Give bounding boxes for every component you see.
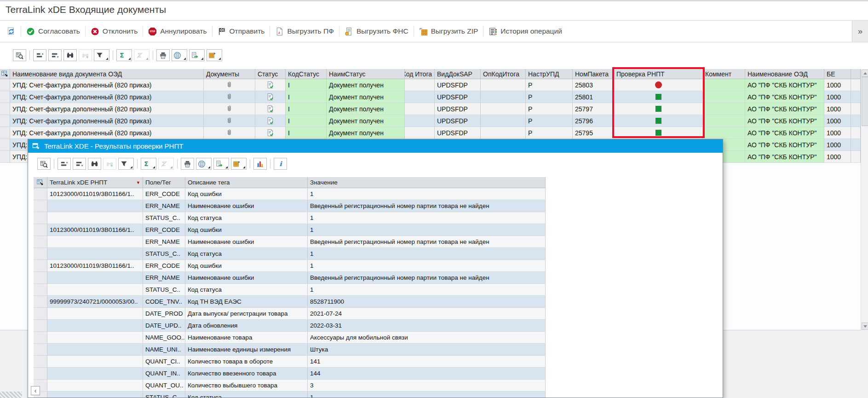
- popup-table-row[interactable]: NAME_GOO..Наименование товараАксессуары …: [34, 332, 546, 344]
- popup-table-row[interactable]: ERR_NAMEНаименование ошибкиВведенный рег…: [34, 236, 546, 248]
- details-button[interactable]: [13, 49, 26, 61]
- cell-status[interactable]: [255, 103, 286, 115]
- history-button-label: История операций: [500, 27, 562, 35]
- column-header-nastr[interactable]: НастрУПД: [526, 69, 573, 79]
- subtotal-button[interactable]: Σ: [134, 49, 149, 61]
- toolbar-overflow-button[interactable]: »: [852, 21, 868, 42]
- sort-desc-button[interactable]: [73, 158, 86, 170]
- column-header-comment[interactable]: Коммент: [703, 69, 745, 79]
- popup-table-row[interactable]: STATUS_C..Код статуса1: [34, 284, 546, 296]
- scroll-down-button[interactable]: [862, 323, 868, 330]
- popup-table-row[interactable]: 10123000/011019/3В01166/1..ERR_CODEКод о…: [34, 224, 546, 236]
- cell-dtype: UPDSFDP: [435, 79, 481, 91]
- column-header-org[interactable]: Наименование ОЭД: [745, 69, 824, 79]
- popup-table-row[interactable]: DATE_PRODДата выпуска/ регистрации товар…: [34, 308, 546, 320]
- sum-button[interactable]: Σ: [141, 158, 156, 170]
- popup-table-row[interactable]: NAME_UNI..Наименование единицы измерения…: [34, 344, 546, 356]
- column-header-be[interactable]: БЕ: [824, 69, 851, 79]
- refresh-button[interactable]: [3, 25, 20, 38]
- vertical-scrollbar[interactable]: [861, 69, 868, 330]
- layout-button[interactable]: [207, 49, 222, 61]
- popup-table-row[interactable]: DATE_UPD..Дата обновления2022-03-31: [34, 320, 546, 332]
- sum-button[interactable]: Σ: [116, 49, 132, 61]
- cell-docs[interactable]: [204, 115, 255, 127]
- popup-table-row[interactable]: 10123000/011019/3В01166/1..ERR_CODEКод о…: [34, 188, 546, 200]
- filter-button[interactable]: [94, 49, 109, 61]
- column-header-docs[interactable]: Документы: [204, 69, 255, 79]
- popup-column-header-value[interactable]: Значение: [308, 177, 546, 188]
- column-header-sname[interactable]: НаимСтатус: [327, 69, 405, 79]
- column-header-code[interactable]: КодСтатус: [286, 69, 327, 79]
- sort-asc-button[interactable]: [57, 158, 71, 170]
- info-button[interactable]: i: [274, 158, 287, 170]
- popup-table-row[interactable]: ERR_NAMEНаименование ошибкиВведенный рег…: [34, 200, 546, 212]
- popup-table-row[interactable]: 10123000/011019/3В01166/1..ERR_CODEКод о…: [34, 260, 546, 272]
- column-header-result[interactable]: Код Итога: [405, 69, 435, 79]
- column-header-name[interactable]: Наименование вида документа ОЭД: [10, 69, 204, 79]
- dialog-title-bar[interactable]: TerraLink XDE - Результаты проверки РНПТ: [28, 139, 723, 153]
- scrollbar-thumb[interactable]: [862, 77, 868, 126]
- table-row[interactable]: УПД: Счет-фактура дополненный (820 прика…: [0, 103, 861, 115]
- popup-table-row[interactable]: QUANT_CI..Количество товара в обороте141: [34, 356, 546, 368]
- find-next-button[interactable]: [103, 158, 116, 170]
- layout-button[interactable]: [231, 158, 247, 170]
- table-row[interactable]: УПД: Счет-фактура дополненный (820 прика…: [0, 91, 861, 103]
- chart-button[interactable]: [253, 158, 267, 170]
- export-button[interactable]: [213, 158, 229, 170]
- chart-icon: [256, 160, 264, 168]
- print-preview-button[interactable]: [196, 158, 212, 170]
- table-row[interactable]: УПД: Счет-фактура дополненный (820 прика…: [0, 115, 861, 127]
- print-button[interactable]: [181, 158, 194, 170]
- details-button[interactable]: [37, 158, 51, 170]
- export-pf-button[interactable]: Выгрузить ПФ: [271, 25, 338, 38]
- subtotal-button[interactable]: Σ: [158, 158, 174, 170]
- popup-table-row[interactable]: STATUS_C..Код статуса1: [34, 248, 546, 260]
- popup-column-header-key[interactable]: TerraLink xDE РНПТ▼: [47, 177, 143, 188]
- sort-desc-button[interactable]: [48, 49, 62, 61]
- popup-hscroll-left-button[interactable]: ‹: [31, 386, 40, 395]
- popup-table-row[interactable]: QUANT_OU..Количество выбывшего товара3: [34, 380, 546, 392]
- column-header-opcode[interactable]: ОпКодИтога: [481, 69, 526, 79]
- print-preview-icon: [173, 52, 181, 59]
- send-button[interactable]: Отправить: [213, 25, 269, 38]
- print-button[interactable]: [156, 49, 170, 61]
- table-row[interactable]: УПД: Счет-фактура дополненный (820 прика…: [0, 127, 861, 139]
- cell-status[interactable]: [255, 115, 286, 127]
- cell-docs[interactable]: [204, 103, 255, 115]
- scroll-up-button[interactable]: [862, 69, 868, 77]
- popup-table-row[interactable]: 99999973/240721/0000053/00..CODE_TNV..Ко…: [34, 296, 546, 308]
- popup-column-header-desc[interactable]: Описание тега: [185, 177, 308, 188]
- filter-button[interactable]: [118, 158, 134, 170]
- cell-docs[interactable]: [204, 79, 255, 91]
- table-row[interactable]: УПД: Счет-фактура дополненный (820 прика…: [0, 79, 861, 91]
- annul-button[interactable]: STOPАннулировать: [144, 25, 211, 38]
- cell-docs[interactable]: [204, 91, 255, 103]
- popup-table-row[interactable]: QUANT_IN..Количество ввезенного товара14…: [34, 368, 546, 380]
- popup-table-row[interactable]: ERR_NAMEНаименование ошибкиВведенный рег…: [34, 272, 546, 284]
- print-preview-button[interactable]: [172, 49, 187, 61]
- find-button[interactable]: [63, 49, 77, 61]
- column-header-sel[interactable]: [0, 69, 10, 79]
- cell-status[interactable]: [255, 91, 286, 103]
- hscrollbar-track[interactable]: [0, 392, 22, 398]
- popup-column-header-sel[interactable]: [34, 177, 47, 188]
- export-fns-button[interactable]: Выгрузить ФНС: [340, 25, 413, 38]
- cell-docs[interactable]: [204, 127, 255, 139]
- approve-button[interactable]: Согласовать: [22, 25, 84, 38]
- find-next-button[interactable]: [79, 49, 92, 61]
- column-header-status[interactable]: Статус: [255, 69, 286, 79]
- popup-column-header-field[interactable]: Поле/Тег: [143, 177, 185, 188]
- popup-table-row[interactable]: STATUS_C..Код статуса1: [34, 392, 546, 398]
- column-header-filler[interactable]: [851, 69, 861, 79]
- history-button[interactable]: История операций: [484, 25, 566, 38]
- column-header-dtype[interactable]: ВидДокSAP: [435, 69, 481, 79]
- sort-asc-button[interactable]: [33, 49, 46, 61]
- popup-table-row[interactable]: STATUS_C..Код статуса1: [34, 212, 546, 224]
- cell-status[interactable]: [255, 79, 286, 91]
- export-button[interactable]: [189, 49, 205, 61]
- find-button[interactable]: [88, 158, 101, 170]
- cell-status[interactable]: [255, 127, 286, 139]
- export-zip-button[interactable]: Выгрузить ZIP: [415, 25, 483, 38]
- column-header-pkg[interactable]: НомПакета: [573, 69, 614, 79]
- reject-button[interactable]: Отклонить: [86, 25, 142, 38]
